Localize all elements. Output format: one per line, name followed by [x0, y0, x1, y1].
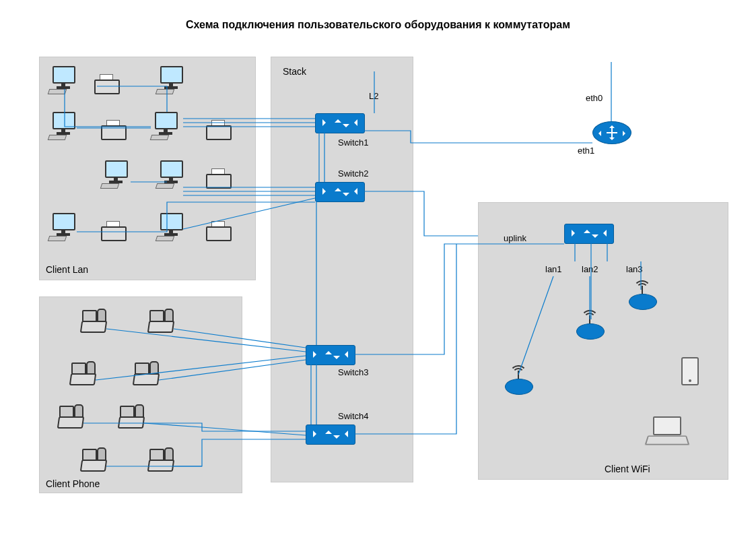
- phone-icon: [117, 404, 144, 429]
- phone-icon: [57, 404, 83, 429]
- pc-icon: [48, 112, 78, 139]
- switch1-label: Switch1: [338, 137, 369, 148]
- switch4-label: Switch4: [338, 411, 369, 421]
- zone-client-lan-label: Client Lan: [46, 264, 88, 275]
- pc-icon: [156, 160, 186, 187]
- phone-icon: [147, 447, 174, 472]
- pc-icon: [156, 66, 186, 93]
- printer-icon: [206, 120, 229, 140]
- pc-icon: [151, 112, 180, 139]
- pc-icon: [156, 213, 186, 240]
- l2-label: L2: [369, 91, 378, 101]
- eth0-label: eth0: [586, 93, 603, 103]
- switch3-icon: [306, 345, 355, 365]
- printer-icon: [101, 221, 124, 241]
- pc-icon: [48, 213, 78, 240]
- printer-icon: [206, 221, 229, 241]
- phone-icon: [132, 361, 159, 385]
- uplink-label: uplink: [504, 233, 526, 243]
- tablet-icon: [681, 357, 699, 385]
- switch2-icon: [315, 182, 365, 202]
- pc-icon: [101, 160, 131, 187]
- diagram-title: Схема подключения пользовательского обор…: [0, 19, 756, 31]
- wifi-ap-icon: [504, 375, 533, 395]
- printer-icon: [101, 120, 124, 140]
- switch4-icon: [306, 424, 355, 445]
- eth1-label: eth1: [578, 146, 594, 156]
- lan3-label: lan3: [626, 264, 643, 274]
- switch2-label: Switch2: [338, 168, 369, 179]
- zone-client-phone: [39, 296, 242, 493]
- lan2-label: lan2: [582, 264, 598, 274]
- phone-icon: [69, 361, 96, 385]
- switch1-icon: [315, 113, 365, 133]
- wifi-ap-icon: [627, 290, 657, 310]
- phone-icon: [147, 309, 174, 333]
- core-router-icon: [592, 121, 631, 144]
- wifi-ap-icon: [575, 319, 605, 340]
- wifi-switch-icon: [564, 224, 614, 244]
- phone-icon: [79, 447, 106, 472]
- pc-icon: [48, 66, 78, 93]
- printer-icon: [94, 74, 117, 94]
- lan1-label: lan1: [545, 264, 562, 274]
- zone-client-phone-label: Client Phone: [46, 478, 100, 489]
- laptop-icon: [646, 416, 687, 445]
- zone-client-wifi-label: Client WiFi: [605, 464, 650, 474]
- phone-icon: [79, 309, 106, 333]
- zone-stack-label: Stack: [283, 66, 306, 77]
- printer-icon: [206, 168, 229, 189]
- switch3-label: Switch3: [338, 367, 369, 377]
